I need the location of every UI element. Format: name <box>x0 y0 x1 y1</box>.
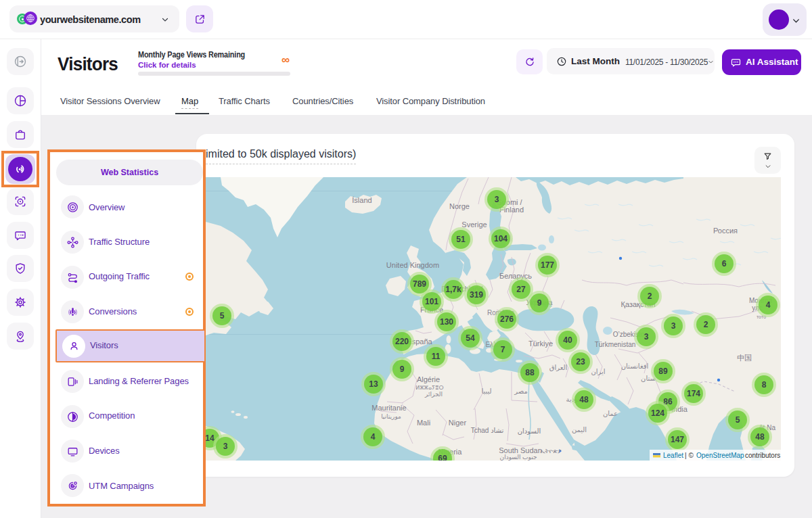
svg-text:89: 89 <box>658 367 668 376</box>
svg-text:13: 13 <box>369 379 378 389</box>
svg-text:Sverige: Sverige <box>461 220 487 229</box>
svg-text:69: 69 <box>438 454 447 461</box>
svg-text:101: 101 <box>425 297 438 306</box>
svg-text:9: 9 <box>537 298 542 308</box>
svg-text:العراق: العراق <box>549 364 568 371</box>
svg-text:88: 88 <box>525 368 535 377</box>
svg-text:2: 2 <box>648 291 652 301</box>
svg-text:40: 40 <box>563 335 572 345</box>
svg-text:Türkmenistan: Türkmenistan <box>595 341 636 348</box>
svg-text:7: 7 <box>501 345 505 354</box>
svg-text:3: 3 <box>223 442 228 451</box>
svg-text:27: 27 <box>516 285 526 294</box>
svg-text:174: 174 <box>687 389 700 398</box>
svg-text:8: 8 <box>762 380 767 390</box>
svg-text:6: 6 <box>722 259 727 268</box>
svg-text:Mali: Mali <box>417 419 430 427</box>
svg-text:5: 5 <box>220 311 225 321</box>
svg-text:موريتانيا: موريتانيا <box>381 413 401 420</box>
svg-text:48: 48 <box>755 432 765 442</box>
svg-text:United Kingdom: United Kingdom <box>386 261 439 269</box>
svg-text:Algérie: Algérie <box>417 375 440 383</box>
svg-text:5: 5 <box>736 415 740 425</box>
svg-text:Tchad تشاد: Tchad تشاد <box>471 427 504 434</box>
svg-text:ⵍⵣⵣⴰⵢⴻⵔ: ⵍⵣⵣⴰⵢⴻⵔ <box>415 385 443 391</box>
svg-text:اليمن: اليمن <box>572 426 587 433</box>
svg-text:130: 130 <box>440 317 453 327</box>
svg-text:3: 3 <box>644 332 649 342</box>
svg-text:افغانستان: افغانستان <box>621 362 649 370</box>
svg-text:789: 789 <box>413 279 426 289</box>
svg-text:177: 177 <box>541 260 554 270</box>
svg-text:السودان: السودان <box>518 427 541 435</box>
svg-text:contributors: contributors <box>745 452 780 459</box>
svg-text:Россия: Россия <box>713 227 738 235</box>
svg-text:147: 147 <box>671 435 684 444</box>
svg-text:ليبيا: ليبيا <box>481 387 491 395</box>
svg-text:مصر: مصر <box>514 387 528 395</box>
svg-text:104: 104 <box>494 234 508 243</box>
svg-text:Norge: Norge <box>449 202 470 210</box>
svg-text:中国: 中国 <box>737 354 752 362</box>
svg-text:11: 11 <box>432 352 441 361</box>
svg-text:14: 14 <box>206 433 215 443</box>
svg-text:3: 3 <box>495 195 499 204</box>
svg-text:Mauritanie: Mauritanie <box>371 404 406 412</box>
svg-text:| ©: | © <box>685 452 694 459</box>
svg-text:220: 220 <box>395 337 409 346</box>
svg-text:جنوب السودان: جنوب السودان <box>500 454 537 461</box>
svg-text:عمان: عمان <box>603 410 618 417</box>
svg-text:319: 319 <box>470 290 483 300</box>
svg-text:Ísland: Ísland <box>352 196 371 204</box>
svg-text:276: 276 <box>500 314 514 324</box>
svg-text:23: 23 <box>576 357 585 367</box>
svg-text:Türkiye: Türkiye <box>528 339 553 348</box>
svg-text:124: 124 <box>651 408 664 418</box>
svg-text:3: 3 <box>671 321 676 331</box>
svg-text:ایران: ایران <box>591 368 605 375</box>
svg-text:4: 4 <box>766 300 771 310</box>
svg-text:9: 9 <box>400 364 405 374</box>
svg-text:Niger: Niger <box>449 419 467 427</box>
svg-text:Leaflet: Leaflet <box>663 452 683 459</box>
svg-text:ኢትዮጵያ: ኢትዮጵያ <box>540 448 562 454</box>
svg-text:51: 51 <box>456 235 466 244</box>
svg-text:OpenStreetMap: OpenStreetMap <box>696 452 744 459</box>
svg-text:2: 2 <box>704 320 708 329</box>
svg-text:1,7k: 1,7k <box>445 285 461 294</box>
svg-text:الجزائر: الجزائر <box>424 391 443 398</box>
svg-text:4: 4 <box>371 432 376 442</box>
svg-text:48: 48 <box>579 395 589 404</box>
svg-text:54: 54 <box>466 333 475 343</box>
